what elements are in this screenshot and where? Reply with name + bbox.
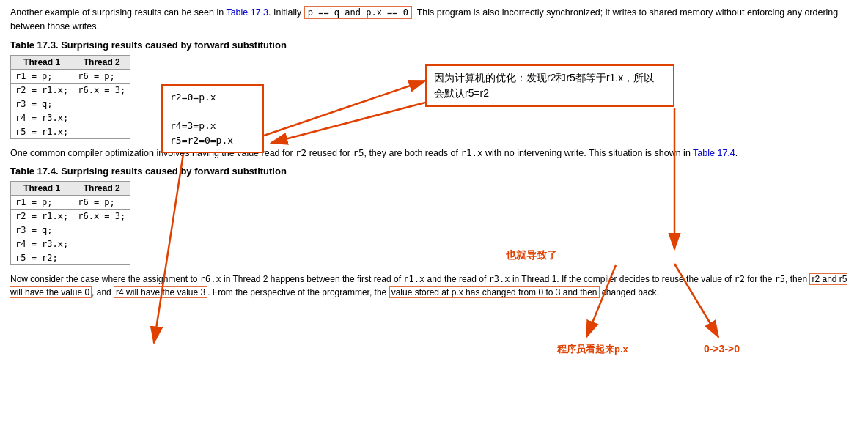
annotation-2-text: 因为计算机的优化：发现r2和r5都等于r1.x，所以会默认r5=r2 — [434, 72, 654, 99]
t1-r2-col2: r6.x = 3; — [73, 83, 130, 97]
t1-r1-col2: r6 = p; — [73, 69, 130, 83]
t1-r4-col1: r4 = r3.x; — [11, 111, 73, 125]
t2-r2-col2: r6.x = 3; — [73, 210, 130, 223]
t2-r3-col1: r3 = q; — [11, 223, 73, 237]
table-row: r3 = q; — [11, 223, 130, 237]
table-17-4-link[interactable]: Table 17.4 — [693, 148, 735, 158]
bottom-text4: in Thread 1. If the compiler decides to … — [510, 274, 735, 284]
t1-r4-col2 — [73, 111, 130, 125]
table1-header-thread1: Thread 1 — [11, 55, 73, 69]
table-row: r4 = r3.x; — [11, 237, 130, 251]
bottom-text1: Now consider the case where the assignme… — [10, 274, 200, 284]
bottom-highlight2: r4 will have the value 3 — [114, 286, 207, 298]
table-row: r1 = p; r6 = p; — [11, 196, 130, 210]
t2-r1-col1: r1 = p; — [11, 196, 73, 210]
t2-r3-col2 — [73, 223, 130, 237]
table-17-3-title: Table 17.3. Surprising results caused by… — [10, 40, 858, 51]
table-17-3-link[interactable]: Table 17.3 — [226, 7, 268, 18]
bottom-text9: changed back. — [600, 287, 659, 297]
bottom-text5: for the — [745, 274, 775, 284]
middle-text-end: . — [735, 148, 738, 158]
t2-r2-col1: r2 = r1.x; — [11, 210, 73, 223]
table1-header-thread2: Thread 2 — [73, 55, 130, 69]
bottom-paragraph: Now consider the case where the assignme… — [10, 273, 858, 299]
table-row: r5 = r2; — [11, 251, 130, 265]
table-row: r3 = q; — [11, 97, 130, 111]
initial-condition-code: p == q and p.x == 0 — [304, 6, 412, 19]
annotation-box-2: 因为计算机的优化：发现r2和r5都等于r1.x，所以会默认r5=r2 — [425, 64, 674, 107]
t2-r5-col1: r5 = r2; — [11, 251, 73, 265]
bottom-text2: in Thread 2 happens between the first re… — [221, 274, 404, 284]
t1-r5-col1: r5 = r1.x; — [11, 125, 73, 138]
t1-r3-col2 — [73, 97, 130, 111]
intro-text-before: Another example of surprising results ca… — [10, 7, 226, 18]
bottom-text8: . From the perspective of the programmer… — [207, 287, 389, 297]
table-row: r2 = r1.x; r6.x = 3; — [11, 83, 130, 97]
table-17-4: Thread 1 Thread 2 r1 = p; r6 = p; r2 = r… — [10, 181, 130, 265]
annotation-1-text: r2=0=p.xr4=3=p.xr5=r2=0=p.x — [170, 92, 233, 146]
bottom-highlight3: value stored at p.x has changed from 0 t… — [389, 286, 600, 298]
t1-r3-col1: r3 = q; — [11, 97, 73, 111]
t2-r4-col1: r4 = r3.x; — [11, 237, 73, 251]
table2-header-thread1: Thread 1 — [11, 182, 73, 196]
bottom-code-r1x: r1.x — [403, 274, 424, 284]
annotation-3: 也就导致了 — [506, 249, 557, 262]
t1-r5-col2 — [73, 125, 130, 138]
table-row: r1 = p; r6 = p; — [11, 69, 130, 83]
code-r5: r5 — [353, 147, 364, 158]
bottom-code-r3x: r3.x — [489, 274, 510, 284]
annotation-5: 0->3->0 — [704, 343, 740, 355]
t2-r4-col2 — [73, 237, 130, 251]
annotation-4: 程序员看起来p.x — [557, 343, 628, 356]
bottom-text7: , and — [92, 287, 114, 297]
middle-text-mid2: , they are both reads of — [364, 148, 460, 158]
intro-paragraph: Another example of surprising results ca… — [10, 6, 858, 34]
bottom-code-r6x: r6.x — [200, 274, 221, 284]
annotation-box-1: r2=0=p.xr4=3=p.xr5=r2=0=p.x — [161, 84, 264, 153]
t2-r1-col2: r6 = p; — [73, 196, 130, 210]
middle-paragraph: One common compiler optimization involve… — [10, 147, 858, 160]
t1-r2-col1: r2 = r1.x; — [11, 83, 73, 97]
bottom-code-r5: r5 — [775, 274, 785, 284]
code-r2: r2 — [295, 147, 306, 158]
middle-text-mid1: reused for — [306, 148, 353, 158]
t2-r5-col2 — [73, 251, 130, 265]
table-17-3: Thread 1 Thread 2 r1 = p; r6 = p; r2 = r… — [10, 55, 130, 139]
bottom-code-r2: r2 — [735, 274, 745, 284]
middle-text-mid3: with no intervening write. This situatio… — [483, 148, 694, 158]
code-r1x: r1.x — [460, 147, 482, 158]
bottom-text6: , then — [785, 274, 809, 284]
intro-text-after: . Initially — [268, 7, 304, 18]
table-row: r2 = r1.x; r6.x = 3; — [11, 210, 130, 223]
table-17-4-title: Table 17.4. Surprising results caused by… — [10, 166, 858, 177]
table-row: r4 = r3.x; — [11, 111, 130, 125]
bottom-text3: and the read of — [424, 274, 488, 284]
table2-header-thread2: Thread 2 — [73, 182, 130, 196]
t1-r1-col1: r1 = p; — [11, 69, 73, 83]
table-row: r5 = r1.x; — [11, 125, 130, 138]
